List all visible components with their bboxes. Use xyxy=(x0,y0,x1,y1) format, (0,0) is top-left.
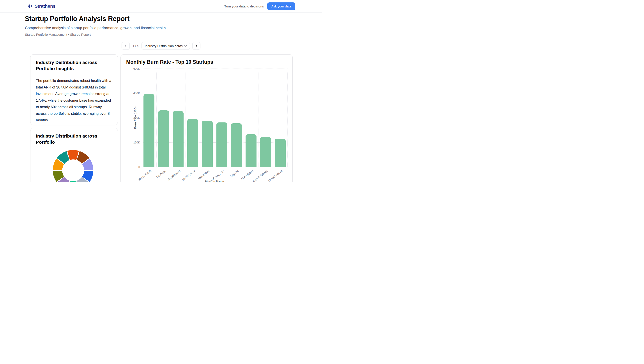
y-tick-label: 0 xyxy=(130,165,140,169)
chart-pager: 1 / 4 Industry Distribution acros… xyxy=(0,42,322,50)
x-tick-label: MobilityNow xyxy=(182,169,196,181)
chart-select-value: Industry Distribution acros… xyxy=(145,44,182,48)
y-tick-label: 300K xyxy=(130,116,140,119)
x-tick-label: FinPulse xyxy=(156,169,166,179)
bar-mediaflow xyxy=(202,121,213,167)
next-chart-button[interactable] xyxy=(192,42,200,50)
chevron-right-icon xyxy=(195,44,198,47)
chevron-down-icon xyxy=(184,44,187,47)
pager-counter: 1 / 4 xyxy=(132,44,138,48)
bar-proptech-solutions xyxy=(260,137,271,167)
prev-chart-button[interactable] xyxy=(122,42,130,50)
y-tick-label: 600K xyxy=(130,67,140,70)
bar-mobilitynow xyxy=(187,119,198,167)
brand-name: Strathens xyxy=(34,4,56,9)
x-tick-label: DataStream xyxy=(167,169,181,181)
x-tick-label: LegalAI xyxy=(230,169,240,178)
chevron-left-icon xyxy=(124,44,127,47)
bar-datastream xyxy=(172,111,184,167)
v-gridline xyxy=(229,68,229,167)
page: Strathens Turn your data to decisions As… xyxy=(0,0,322,182)
y-axis-line xyxy=(142,68,142,167)
x-tick-label: AI Analytics xyxy=(240,169,254,181)
brand-logo[interactable]: Strathens xyxy=(28,4,56,9)
insights-card-title: Industry Distribution across Portfolio I… xyxy=(36,59,108,72)
page-title: Startup Portfolio Analysis Report xyxy=(25,15,130,23)
chart-select-dropdown[interactable]: Industry Distribution acros… xyxy=(142,42,190,50)
v-gridline xyxy=(215,68,215,167)
v-gridline xyxy=(244,68,244,167)
x-tick-label: MediaFlow xyxy=(197,169,210,180)
insights-card-body: The portfolio demonstrates robust health… xyxy=(36,77,112,123)
v-gridline xyxy=(273,68,273,167)
page-subtitle: Comprehensive analysis of startup portfo… xyxy=(25,26,167,30)
bar-securevault xyxy=(144,94,154,167)
bar-legalai xyxy=(231,123,242,167)
brand-diamond-icon xyxy=(28,4,33,8)
y-tick-label: 450K xyxy=(130,91,140,94)
insights-card: Industry Distribution across Portfolio I… xyxy=(30,54,118,125)
v-gridline xyxy=(171,68,171,167)
bar-cloudsync-ai xyxy=(275,139,286,167)
y-tick-label: 150K xyxy=(130,140,140,144)
donut-card-title: Industry Distribution across Portfolio xyxy=(36,133,108,145)
v-gridline xyxy=(186,68,186,167)
bar-finpulse xyxy=(158,110,169,167)
industry-donut-card: Industry Distribution across Portfolio xyxy=(30,128,118,182)
v-gridline xyxy=(258,68,258,167)
bar-ai-analytics xyxy=(246,134,256,167)
page-meta: Startup Portfolio Management • Shared Re… xyxy=(25,33,91,36)
top-nav: Strathens Turn your data to decisions As… xyxy=(0,0,322,12)
burn-rate-card: Monthly Burn Rate - Top 10 Startups Burn… xyxy=(120,54,293,182)
v-gridline xyxy=(200,68,200,167)
burn-rate-bar-chart: Burn Rate (USD) Startup Name 0150K300K45… xyxy=(121,54,292,182)
industry-donut-chart xyxy=(53,150,93,182)
bar-greenenergy-co xyxy=(216,122,227,167)
header-tagline: Turn your data to decisions xyxy=(224,4,264,8)
ask-your-data-button[interactable]: Ask your data xyxy=(267,2,295,10)
x-tick-label: SecureVault xyxy=(138,169,152,181)
x-tick-label: CloudSync AI xyxy=(268,169,283,182)
